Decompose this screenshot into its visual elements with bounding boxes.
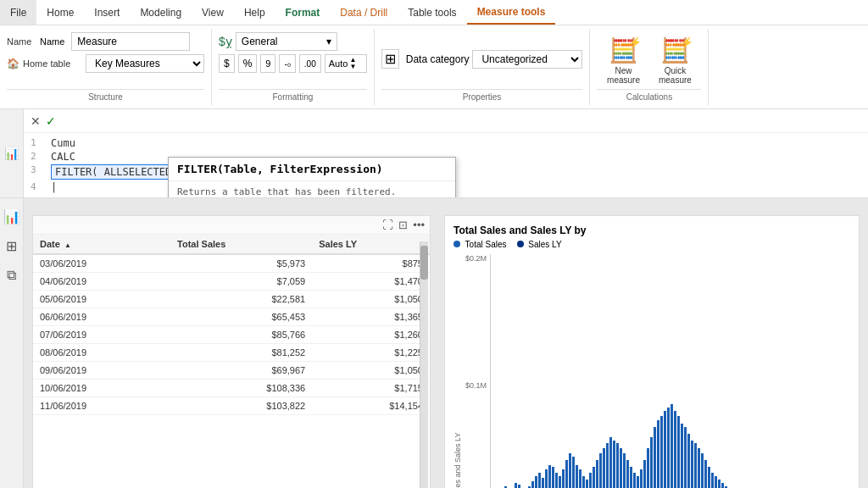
autocomplete-description: Returns a table that has been filtered. — [169, 181, 455, 197]
chart-bar — [603, 448, 605, 488]
dollar-button[interactable]: $ — [219, 54, 235, 73]
cell-totalsales: $108,336 — [170, 380, 312, 397]
chart-bar — [704, 460, 707, 488]
chart-bar — [718, 480, 721, 488]
chart-bar — [555, 473, 558, 488]
cell-totalsales: $69,967 — [170, 362, 312, 380]
structure-controls: Name Name 🏠 Home table Key Measures — [7, 32, 204, 89]
table-header: Date ▲ Total Sales Sales LY — [33, 235, 430, 254]
chart-bar — [677, 416, 680, 488]
menu-datadrill[interactable]: Data / Drill — [330, 0, 398, 25]
chart-bar — [684, 427, 687, 488]
sidebar-layers-icon[interactable]: ⧉ — [3, 264, 19, 286]
cell-totalsales: $65,453 — [170, 308, 312, 326]
chart-bar — [582, 476, 585, 488]
chart-bar — [589, 473, 592, 488]
scroll-thumb[interactable] — [420, 246, 428, 280]
dec-increase-button[interactable]: .00 — [299, 54, 321, 73]
menu-insert[interactable]: Insert — [84, 0, 130, 25]
auto-label: Auto — [329, 58, 348, 69]
table-row: 08/06/2019$81,252$1,225 — [33, 344, 430, 362]
name-row: Name Name — [7, 32, 204, 51]
more-icon[interactable]: ••• — [413, 219, 425, 231]
filter-icon[interactable]: ⛶ — [382, 219, 393, 231]
chart-bar — [701, 453, 704, 488]
ribbon: Name Name 🏠 Home table Key Measures Stru… — [0, 25, 868, 109]
chart-title: Total Sales and Sales LY by — [453, 225, 850, 236]
cell-salestly: $1,050 — [312, 291, 430, 308]
menu-file[interactable]: File — [0, 0, 36, 25]
properties-controls: ⊞ Data category Uncategorized — [381, 32, 583, 89]
data-cat-row: ⊞ Data category Uncategorized — [381, 49, 583, 69]
formula-toolbar: ✕ ✓ — [24, 109, 868, 133]
chevron-down-icon: ▾ — [326, 36, 331, 47]
chart-bar — [667, 408, 670, 488]
chart-bar — [552, 467, 554, 488]
legend-dot-salestly — [517, 241, 524, 247]
data-category-label: Data category — [406, 53, 470, 65]
cell-date: 11/06/2019 — [33, 397, 170, 415]
col-header-salestly[interactable]: Sales LY — [312, 235, 430, 254]
col-header-totalsales[interactable]: Total Sales — [170, 235, 312, 254]
comma-button[interactable]: 9 — [260, 54, 275, 73]
col-header-date[interactable]: Date ▲ — [33, 235, 170, 254]
percent-button[interactable]: % — [238, 54, 258, 73]
format-dropdown[interactable]: General ▾ — [236, 32, 337, 51]
y-axis-title: Total Sales and Sales LY — [453, 254, 462, 488]
scroll-indicator[interactable] — [420, 241, 428, 488]
table-row: 04/06/2019$7,059$1,470 — [33, 273, 430, 291]
name-input[interactable] — [71, 32, 190, 51]
content-area: ⛶ ⊡ ••• Date ▲ Total Sales Sales LY 03/0… — [24, 198, 868, 488]
y-label-mid: $0.1M — [465, 381, 487, 390]
cell-totalsales: $81,252 — [170, 344, 312, 362]
menu-tabletools[interactable]: Table tools — [398, 0, 466, 25]
formatting-label: Formatting — [219, 89, 367, 102]
ribbon-group-properties: ⊞ Data category Uncategorized Properties — [375, 29, 591, 105]
menu-help[interactable]: Help — [234, 0, 275, 25]
sort-arrow-date: ▲ — [64, 241, 71, 249]
legend-label-totalsales: Total Sales — [465, 240, 507, 249]
chart-bar — [626, 460, 629, 488]
spin-down[interactable]: ▼ — [349, 64, 356, 70]
menu-measuretools[interactable]: Measure tools — [467, 0, 556, 25]
sidebar-barchart-icon[interactable]: 📊 — [0, 205, 24, 228]
menu-format[interactable]: Format — [275, 0, 331, 25]
chart-bar — [515, 483, 517, 488]
chart-bar — [545, 469, 548, 488]
sidebar: 📊 ⊞ ⧉ — [0, 198, 24, 488]
dec-decrease-button[interactable]: -₀ — [279, 54, 295, 73]
cell-totalsales: $7,059 — [170, 273, 312, 291]
sidebar-table-icon[interactable]: ⊞ — [3, 235, 20, 258]
chart-plot: Jul 2019 — [490, 254, 850, 488]
legend-item-salestly: Sales LY — [517, 240, 562, 249]
menu-home[interactable]: Home — [36, 0, 84, 25]
chart-bar — [559, 476, 561, 488]
new-measure-label: New measure — [607, 66, 640, 85]
chart-bar — [596, 460, 598, 488]
menu-modeling[interactable]: Modeling — [130, 0, 192, 25]
confirm-formula-button[interactable]: ✓ — [46, 114, 56, 128]
formula-editor[interactable]: 1 Cumu 2 CALC 3 FILTER( ALLSELECTED( Dat… — [24, 133, 868, 197]
chart-bar — [681, 424, 683, 488]
expand-icon[interactable]: ⊡ — [398, 219, 408, 231]
data-table: Date ▲ Total Sales Sales LY 03/06/2019$5… — [33, 235, 430, 415]
cell-totalsales: $103,822 — [170, 397, 312, 415]
quick-measure-button[interactable]: 🧮 ⚡ Quick measure — [651, 32, 699, 89]
cell-date: 03/06/2019 — [33, 254, 170, 273]
chart-bar — [613, 441, 615, 488]
calculator-icon: 🧮 ⚡ — [609, 36, 638, 64]
menu-view[interactable]: View — [192, 0, 234, 25]
new-measure-button[interactable]: 🧮 ⚡ New measure — [599, 32, 648, 89]
table-body: 03/06/2019$5,973$875 04/06/2019$7,059$1,… — [33, 254, 430, 415]
menubar: File Home Insert Modeling View Help Form… — [0, 0, 868, 25]
cancel-formula-button[interactable]: ✕ — [31, 114, 41, 128]
chart-container: Total Sales and Sales LY by Total Sales … — [444, 215, 860, 488]
chart-bar — [569, 453, 571, 488]
chart-bar — [657, 420, 659, 488]
data-category-select[interactable]: Uncategorized — [472, 50, 582, 69]
home-table-select[interactable]: Key Measures — [86, 54, 204, 73]
chart-bar — [593, 467, 595, 488]
chart-bar — [643, 460, 646, 488]
calc-buttons: 🧮 ⚡ New measure 🧮 ⚡ Quick measure — [599, 32, 699, 89]
home-table-icon: 🏠 — [7, 58, 19, 69]
